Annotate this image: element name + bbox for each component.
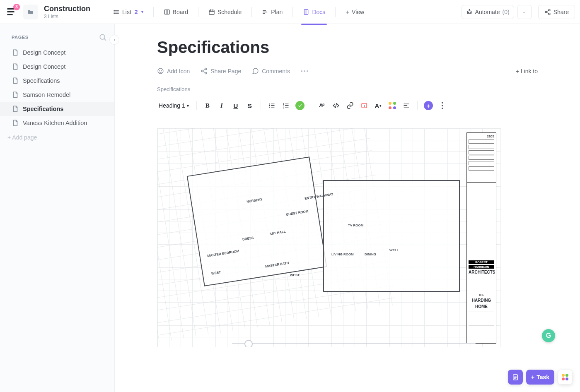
page-icon — [12, 77, 19, 84]
folder-button[interactable] — [23, 5, 38, 19]
project-word: THE — [469, 293, 494, 297]
more-vertical-icon — [441, 101, 444, 110]
room-label: DINING — [365, 253, 376, 256]
svg-line-31 — [104, 38, 106, 40]
text-box-button[interactable]: T — [359, 101, 369, 111]
doc-title[interactable]: Specifications — [157, 38, 555, 57]
insert-button[interactable]: + — [423, 101, 433, 111]
view-plan[interactable]: Plan — [258, 6, 287, 18]
firm-name: HARRISON — [469, 265, 494, 269]
svg-point-32 — [158, 68, 163, 74]
doc-actions: Add Icon Share Page Comments + Link to — [157, 67, 555, 75]
align-left-icon — [403, 102, 410, 109]
svg-line-29 — [546, 12, 549, 14]
view-board[interactable]: Board — [160, 6, 192, 18]
automate-label: Automate — [475, 9, 500, 15]
svg-text:3: 3 — [283, 106, 284, 109]
page-item-design-concept[interactable]: Design Concept — [0, 46, 114, 60]
share-icon — [544, 9, 551, 15]
search-icon[interactable] — [99, 33, 107, 41]
blueprint-titleblock: 2305 ROBERT HARRISON ARCHITECTS THE HARD… — [466, 132, 496, 344]
more-actions[interactable] — [301, 70, 308, 72]
firm-role: ARCHITECTS — [469, 269, 494, 275]
separator — [196, 101, 197, 110]
automate-menu[interactable]: ⌄ — [517, 5, 532, 19]
apps-fab[interactable] — [558, 370, 573, 385]
add-view[interactable]: + View — [341, 6, 368, 18]
automate-button[interactable]: Automate (0) — [462, 5, 514, 19]
plus-icon: + — [531, 374, 534, 380]
calendar-icon — [208, 9, 215, 15]
view-list[interactable]: List 2 ▾ — [109, 6, 147, 18]
project-block[interactable]: Construction 3 Lists — [44, 5, 90, 19]
slider-thumb[interactable] — [244, 340, 253, 347]
share-page-action[interactable]: Share Page — [201, 67, 241, 75]
page-item-samson-remodel[interactable]: Samson Remodel — [0, 88, 114, 102]
color-palette-button[interactable] — [387, 101, 397, 111]
view-schedule[interactable]: Schedule — [204, 6, 246, 18]
slider-rail — [232, 343, 476, 344]
svg-point-24 — [469, 9, 469, 10]
page-label: Design Concept — [23, 63, 65, 70]
blueprint-image[interactable]: NURSERY ENTRY WALKWAY GUEST ROOM MASTER … — [157, 128, 501, 347]
svg-point-22 — [470, 12, 470, 12]
strikethrough-button[interactable]: S — [245, 101, 255, 111]
page-item-vaness-kitchen[interactable]: Vaness Kitchen Addition — [0, 116, 114, 130]
project-name: HOME — [469, 304, 494, 309]
svg-line-52 — [335, 103, 336, 108]
notepad-icon — [512, 373, 519, 381]
room-label: LIVING ROOM — [331, 253, 354, 256]
numbered-list-icon: 123 — [282, 102, 290, 109]
quote-icon — [318, 102, 326, 109]
bold-button[interactable]: B — [203, 101, 213, 111]
link-button[interactable] — [345, 101, 355, 111]
heading-selector[interactable]: Heading 1 ▾ — [157, 101, 191, 110]
heading-label: Heading 1 — [159, 102, 185, 109]
comment-icon — [252, 67, 259, 75]
check-icon — [295, 101, 304, 110]
page-item-specifications-2[interactable]: Specifications — [0, 102, 114, 116]
align-button[interactable] — [401, 101, 411, 111]
project-name: HARDING — [469, 298, 494, 303]
plus-icon: + — [424, 101, 433, 110]
link-to-action[interactable]: + Link to — [516, 68, 538, 75]
page-item-specifications[interactable]: Specifications — [0, 74, 114, 88]
palette-icon — [389, 102, 396, 109]
view-label: View — [352, 9, 364, 15]
page-label: Design Concept — [23, 49, 65, 56]
breadcrumb[interactable]: Specifications — [157, 86, 555, 92]
chevron-down-icon: ⌄ — [522, 9, 526, 14]
page-icon — [12, 49, 19, 56]
numbered-list-button[interactable]: 123 — [281, 101, 291, 111]
grammarly-badge[interactable]: G — [542, 329, 555, 342]
code-button[interactable] — [331, 101, 341, 111]
add-page[interactable]: + Add page — [0, 130, 114, 145]
toolbar-more[interactable] — [437, 101, 447, 111]
board-icon — [164, 9, 170, 15]
comments-action[interactable]: Comments — [252, 67, 290, 75]
view-docs[interactable]: Docs — [299, 6, 329, 18]
underline-button[interactable]: U — [231, 101, 241, 111]
collapse-sidebar[interactable]: ‹ — [109, 35, 119, 45]
automate-count: (0) — [503, 9, 510, 15]
share-button[interactable]: Share — [538, 5, 575, 19]
menu-toggle[interactable]: 3 — [5, 5, 18, 19]
gantt-icon — [262, 9, 268, 15]
view-label: Schedule — [218, 9, 242, 15]
text-color-button[interactable]: A▾ — [373, 101, 383, 111]
svg-point-42 — [269, 107, 270, 108]
sidebar: ‹ PAGES Design Concept Design Concept Sp… — [0, 24, 115, 392]
italic-button[interactable]: I — [217, 101, 227, 111]
page-item-design-concept-2[interactable]: Design Concept — [0, 60, 114, 74]
new-task-fab[interactable]: + Task — [526, 370, 554, 385]
notepad-fab[interactable] — [508, 370, 523, 385]
bullet-list-button[interactable] — [267, 101, 277, 111]
add-icon-action[interactable]: Add Icon — [157, 67, 190, 75]
chevron-left-icon: ‹ — [114, 37, 115, 42]
action-label: Add Icon — [167, 68, 190, 75]
quote-button[interactable] — [317, 101, 327, 111]
separator — [103, 7, 103, 17]
separator — [417, 101, 418, 110]
editor-toolbar: Heading 1 ▾ B I U S 123 — [157, 98, 555, 113]
checklist-button[interactable] — [295, 101, 305, 111]
